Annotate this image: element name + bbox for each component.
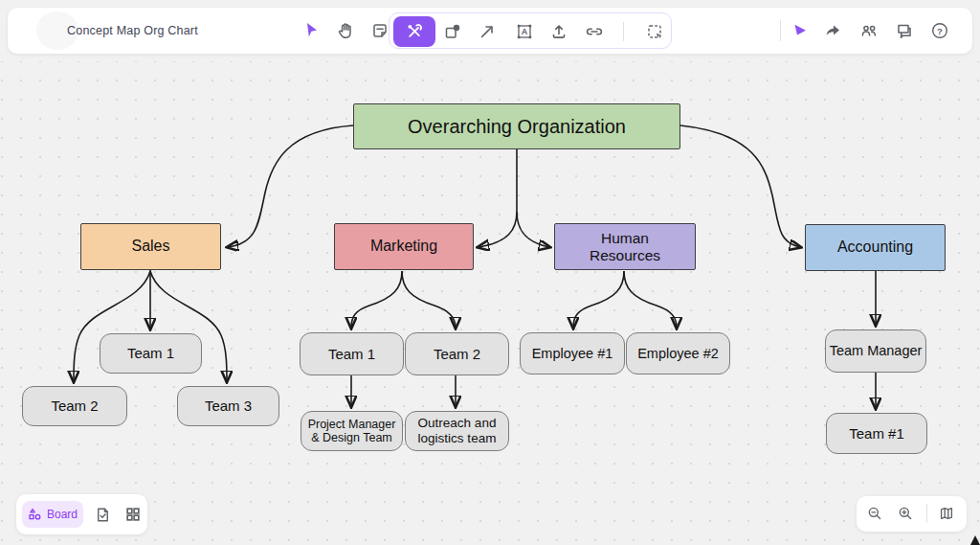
bottom-left-dock: Board [16,494,147,534]
zoom-in-button[interactable] [895,503,916,524]
node-employee-2[interactable]: Employee #2 [626,332,730,375]
help-glyph: ? [937,26,943,36]
node-team-manager[interactable]: Team Manager [825,329,926,373]
node-sales[interactable]: Sales [80,223,221,270]
laser-pointer-button[interactable] [787,17,813,44]
node-marketing-team1-label: Team 1 [328,346,375,362]
node-sales-team2[interactable]: Team 2 [22,386,127,426]
node-marketing-label: Marketing [370,238,437,255]
creation-tools-group: A [389,12,672,49]
cursor-icon [302,21,322,40]
dock-divider [926,504,927,523]
node-acct-team1[interactable]: Team #1 [826,413,927,454]
sticky-note-icon [370,21,390,40]
node-sales-team1[interactable]: Team 1 [100,333,202,374]
collaborators-button[interactable] [856,17,882,44]
node-sales-team1-label: Team 1 [127,345,174,361]
shapes-icon [443,22,462,41]
right-divider [780,20,781,41]
minimap-button[interactable] [936,503,957,524]
widgets-button[interactable] [122,503,145,526]
grid-icon [124,506,142,523]
help-icon: ? [930,21,949,40]
hand-tool-button[interactable] [332,17,359,44]
minimap-icon [938,505,955,522]
link-button[interactable] [581,18,608,45]
bottom-right-dock [857,496,967,532]
connector-arrow-icon [478,22,497,41]
comments-button[interactable] [891,17,918,44]
node-employee-1[interactable]: Employee #1 [520,332,625,375]
node-sales-team2-label: Team 2 [51,397,98,414]
node-marketing[interactable]: Marketing [334,223,474,270]
marquee-icon [645,22,664,41]
connector-tool-button[interactable] [474,18,501,45]
node-sales-team3[interactable]: Team 3 [177,386,279,426]
laser-pointer-icon [791,21,810,40]
zoom-in-icon [897,505,914,522]
node-accounting[interactable]: Accounting [805,224,946,271]
node-root[interactable]: Overarching Organization [353,103,680,149]
board-label: Board [47,508,78,521]
node-root-label: Overarching Organization [408,116,626,138]
node-hr-label: Human Resources [584,230,666,264]
shapes-tool-button[interactable] [439,18,466,45]
node-project-manager-team[interactable]: Project Manager & Design Team [301,411,403,451]
zoom-out-button[interactable] [864,503,885,524]
zoom-out-icon [866,505,883,522]
upload-icon [549,22,568,41]
link-icon [585,22,604,41]
node-outreach-team-label: Outreach and logistics team [412,416,502,445]
node-marketing-team1[interactable]: Team 1 [300,332,404,375]
tools-button-active[interactable] [393,16,435,47]
text-frame-icon: A [515,22,534,41]
template-button[interactable] [91,503,114,526]
node-marketing-team2-label: Team 2 [434,346,480,362]
comments-icon [895,21,914,40]
text-tool-button[interactable]: A [511,18,538,45]
select-tool-button[interactable] [299,17,325,44]
node-employee-2-label: Employee #2 [637,346,719,362]
node-marketing-team2[interactable]: Team 2 [405,332,509,375]
help-button[interactable]: ? [926,17,953,44]
board-shapes-icon [28,508,42,522]
board-switcher-button[interactable]: Board [22,501,83,528]
node-sales-label: Sales [131,238,169,255]
node-team-manager-label: Team Manager [830,343,923,359]
marquee-select-button[interactable] [641,18,668,45]
node-sales-team3-label: Team 3 [205,397,252,414]
node-employee-1-label: Employee #1 [532,346,613,362]
share-arrow-icon [823,21,842,40]
node-hr[interactable]: Human Resources [554,223,696,270]
node-outreach-team[interactable]: Outreach and logistics team [405,411,509,451]
people-icon [859,21,879,40]
text-tool-glyph: A [522,27,528,36]
share-button[interactable] [819,17,846,44]
node-project-manager-team-label: Project Manager & Design Team [303,418,400,445]
upload-button[interactable] [546,18,572,45]
tools-icon [405,22,424,41]
mouse-cursor-fragment [967,534,980,545]
doc-check-icon [94,506,112,524]
document-title[interactable]: Concept Map Org Chart [67,24,198,37]
top-toolbar: Concept Map Org Chart [8,8,972,54]
node-acct-team1-label: Team #1 [849,425,904,442]
group-divider [623,22,624,41]
node-accounting-label: Accounting [837,238,913,256]
hand-icon [336,21,355,40]
